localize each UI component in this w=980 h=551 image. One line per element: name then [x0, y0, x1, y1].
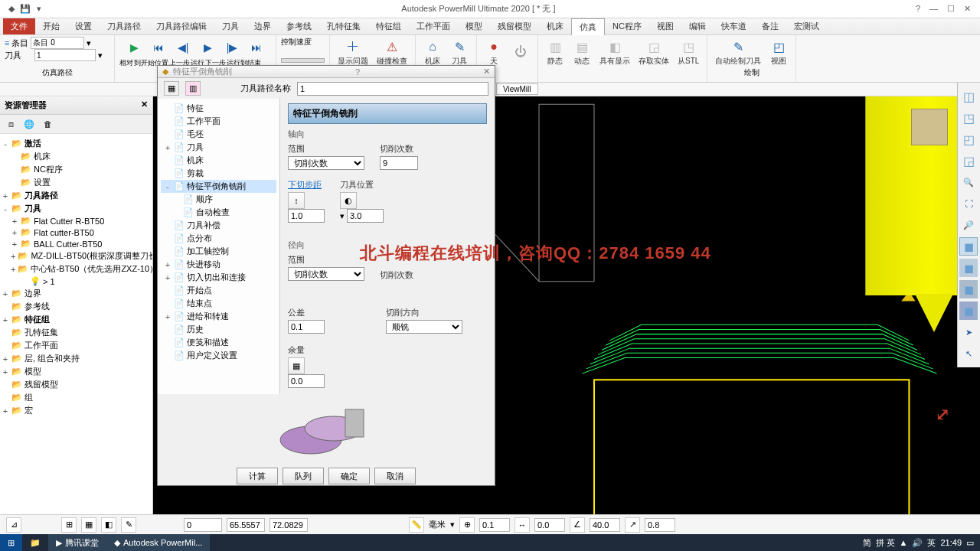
tree-node[interactable]: +📂Flat Cutter R-BT50 — [2, 215, 151, 227]
val1[interactable] — [479, 518, 510, 532]
tab-macro[interactable]: 宏测试 — [786, 18, 827, 34]
tree-node[interactable]: 📂NC程序 — [2, 163, 151, 176]
toolbar-icon[interactable]: ▥ — [185, 81, 201, 96]
toolpos-icon[interactable]: ◐ — [340, 192, 357, 209]
zoom-icon[interactable]: 🔍 — [959, 173, 978, 191]
allowance-icon[interactable]: ▦ — [288, 357, 305, 374]
tab-notes[interactable]: 备注 — [754, 18, 786, 34]
tray-icon[interactable]: 🔊 — [912, 538, 923, 548]
tray-icon[interactable]: ▲ — [900, 538, 908, 547]
start-button[interactable]: ⊞ — [0, 534, 22, 551]
unit-icon[interactable]: 📏 — [409, 517, 424, 533]
strategy-node[interactable]: 📄便笺和描述 — [161, 336, 276, 349]
path-name-input[interactable] — [297, 82, 488, 96]
tree-node[interactable]: +📂边界 — [2, 287, 151, 300]
play-sim-icon[interactable]: ▶ — [199, 39, 216, 56]
tree-node[interactable]: +📂特征组 — [2, 313, 151, 326]
render3-icon[interactable]: ◼ — [959, 280, 978, 298]
snap-icon[interactable]: ⊕ — [459, 517, 475, 533]
strategy-node[interactable]: 📄工作平面 — [161, 115, 276, 128]
off-icon[interactable]: ⏻ — [511, 43, 530, 61]
toolbar-icon[interactable]: ▦ — [164, 81, 179, 96]
strategy-node[interactable]: +📄进给和转速 — [161, 310, 276, 323]
status-icon[interactable]: ◧ — [101, 517, 116, 533]
strategy-node[interactable]: 📄开始点 — [161, 284, 276, 297]
front-icon[interactable]: ◰ — [959, 130, 978, 148]
strategy-node[interactable]: 📄结束点 — [161, 297, 276, 310]
depth-link[interactable]: 下切步距 — [288, 179, 325, 191]
tab-stock[interactable]: 残留模型 — [490, 18, 539, 34]
status-icon[interactable]: ▦ — [81, 517, 96, 533]
clock[interactable]: 21:49 — [940, 538, 962, 547]
strategy-tree[interactable]: 📄特征📄工作平面📄毛坯+📄刀具📄机床📄剪裁-📄特征平倒角铣削📄顺序📄自动检查📄刀… — [158, 99, 280, 394]
coord-x[interactable] — [184, 518, 222, 532]
cancel-button[interactable]: 取消 — [374, 468, 416, 484]
tree-node[interactable]: -📂激活 — [2, 137, 151, 150]
tree-node[interactable]: +📂BALL Cutter-BT50 — [2, 238, 151, 249]
globe-icon[interactable]: 🌐 — [23, 118, 35, 130]
help-icon[interactable]: ? — [355, 67, 360, 77]
strategy-node[interactable]: 📄自动检查 — [161, 206, 276, 219]
dropdown-icon[interactable]: ▾ — [98, 51, 103, 60]
tree-node[interactable]: 📂孔特征集 — [2, 326, 151, 339]
ime-label[interactable]: 英 — [927, 537, 936, 549]
maximize-icon[interactable]: ☐ — [947, 4, 955, 14]
filter-icon[interactable]: ⧈ — [5, 118, 17, 130]
tab-settings[interactable]: 设置 — [67, 18, 100, 34]
tree-node[interactable]: 📂机床 — [2, 150, 151, 163]
tray-icon[interactable]: 简 — [863, 537, 871, 549]
toolpos-input[interactable] — [347, 209, 384, 223]
tree-node[interactable]: 📂组 — [2, 391, 151, 404]
step-fwd-icon[interactable]: |▶ — [224, 39, 240, 56]
coord-z[interactable] — [270, 518, 308, 532]
close-icon[interactable]: ✕ — [964, 4, 971, 14]
taskbar-app[interactable]: ▶腾讯课堂 — [48, 534, 106, 551]
tab-simulate[interactable]: 仿真 — [571, 18, 605, 35]
tree-node[interactable]: +📂模型 — [2, 365, 151, 378]
allowance-input[interactable] — [288, 374, 325, 388]
explorer-icon[interactable]: 📁 — [22, 534, 48, 551]
ok-button[interactable]: 确定 — [328, 468, 370, 484]
render4-icon[interactable]: ◼ — [959, 302, 978, 320]
tree-node[interactable]: +📂刀具路径 — [2, 189, 151, 202]
record-icon[interactable]: ● — [485, 37, 503, 56]
strategy-node[interactable]: 📄点分布 — [161, 232, 276, 245]
tab-boundary[interactable]: 边界 — [247, 18, 279, 34]
tab-file[interactable]: 文件 — [3, 18, 35, 34]
close-icon[interactable]: ✕ — [141, 99, 148, 111]
queue-button[interactable]: 队列 — [283, 468, 324, 484]
play-icon[interactable]: ▶ — [126, 39, 142, 56]
snap-icon[interactable]: ↔ — [514, 517, 530, 533]
tree-node[interactable]: 📂残留模型 — [2, 378, 151, 391]
top-icon[interactable]: ◳ — [959, 109, 978, 127]
snap-icon[interactable]: ∠ — [570, 517, 585, 533]
calculate-button[interactable]: 计算 — [237, 468, 278, 484]
tab-workplane[interactable]: 工作平面 — [409, 18, 458, 34]
tool-icon[interactable]: ✎ — [450, 37, 469, 56]
tool-combo[interactable] — [34, 49, 96, 61]
tab-hole[interactable]: 孔特征集 — [319, 18, 368, 34]
strategy-node[interactable]: 📄加工轴控制 — [161, 245, 276, 258]
tree-node[interactable]: 📂设置 — [2, 176, 151, 189]
strategy-node[interactable]: 📄历史 — [161, 323, 276, 336]
collision-icon[interactable]: ⚠ — [383, 37, 401, 56]
taskbar-app[interactable]: ◆Autodesk PowerMil... — [106, 534, 210, 551]
tab-feature[interactable]: 特征组 — [368, 18, 409, 34]
strategy-node[interactable]: -📄特征平倒角铣削 — [161, 180, 276, 193]
fit-icon[interactable]: ⛶ — [959, 194, 978, 213]
tree-node[interactable]: +📂中心钻-BT50（优先选用ZXZ-10） — [2, 262, 151, 276]
strategy-node[interactable]: +📄切入切出和连接 — [161, 271, 276, 284]
tab-express[interactable]: 快车道 — [714, 18, 754, 34]
autodraw-icon[interactable]: ✎ — [729, 37, 747, 56]
save-icon[interactable]: 💾 — [20, 4, 31, 15]
depth-icon[interactable]: ↕ — [288, 192, 305, 209]
machine-icon[interactable]: ⌂ — [423, 37, 442, 56]
val3[interactable] — [590, 518, 620, 532]
tree-node[interactable]: 📂参考线 — [2, 300, 151, 313]
trash-icon[interactable]: 🗑 — [41, 118, 54, 130]
strategy-node[interactable]: 📄用户定义设置 — [161, 349, 276, 362]
fast-fwd-icon[interactable]: ⏭ — [248, 39, 265, 56]
tree-node[interactable]: 💡> 1 — [2, 276, 151, 287]
qat-dropdown-icon[interactable]: ▾ — [34, 4, 44, 15]
tray-icon[interactable]: 拼 英 — [876, 537, 895, 549]
